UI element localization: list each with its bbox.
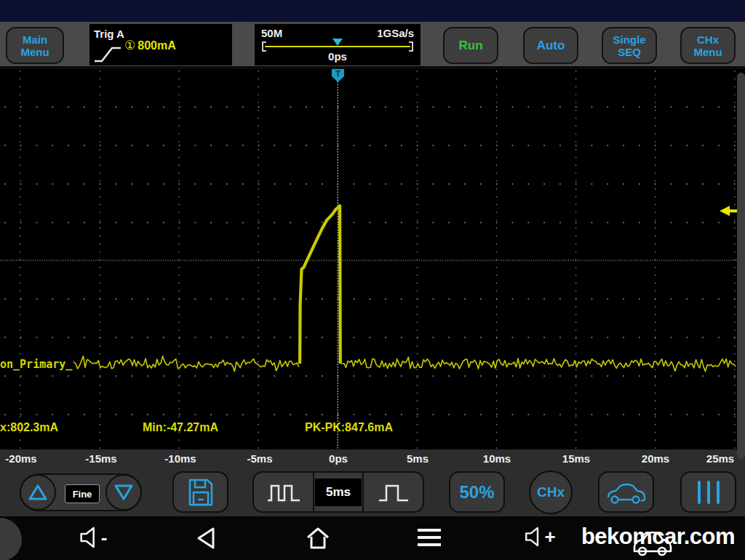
measurement-max: x:802.3mA — [0, 421, 58, 434]
auto-button[interactable]: Auto — [523, 27, 578, 64]
floppy-disk-icon — [188, 478, 214, 507]
main-menu-button[interactable]: Main Menu — [6, 27, 64, 64]
volume-up-button[interactable]: + — [524, 526, 555, 548]
axis-tick: -15ms — [85, 452, 116, 465]
channel-label[interactable]: on_Primary_ — [0, 357, 73, 372]
axis-tick: -5ms — [247, 452, 272, 465]
trigger-level-value: ①800mA — [124, 38, 176, 53]
axis-tick: 15ms — [562, 452, 590, 465]
single-seq-button[interactable]: Single SEQ — [602, 27, 657, 64]
scope-grid-and-trace — [0, 69, 738, 449]
home-icon — [305, 526, 331, 551]
cursors-button[interactable] — [680, 471, 736, 513]
watermark-car-logo — [630, 528, 674, 559]
car-icon — [605, 480, 648, 505]
measurement-min: Min:-47.27mA — [143, 421, 218, 434]
axis-tick: -20ms — [5, 452, 36, 465]
measurement-pkpk: PK-PK:847.6mA — [305, 421, 393, 434]
oscilloscope-app: Main Menu Trig A ①800mA 50M 1GSa/s 0ps R… — [0, 0, 745, 560]
timebase-value: 5ms — [315, 479, 362, 506]
top-toolbar: Main Menu Trig A ①800mA 50M 1GSa/s 0ps R… — [0, 22, 745, 69]
axis-tick: 5ms — [407, 452, 429, 465]
slider-position-icon[interactable] — [332, 39, 343, 46]
channel-select-button[interactable]: CHx — [529, 471, 573, 514]
vehicle-presets-button[interactable] — [598, 471, 654, 513]
channel-1-badge: ① — [124, 39, 135, 52]
three-bars-icon — [692, 479, 725, 505]
axis-tick: -10ms — [164, 452, 196, 465]
status-strip — [0, 0, 745, 22]
horizontal-position-label: 0ps — [255, 50, 421, 63]
save-button[interactable] — [172, 471, 228, 513]
chx-menu-button[interactable]: CHx Menu — [680, 27, 736, 64]
axis-tick: 10ms — [483, 452, 511, 465]
back-button[interactable] — [194, 526, 218, 551]
sample-rate-label: 1GSa/s — [377, 27, 414, 39]
home-button[interactable] — [305, 526, 331, 551]
floating-bubble[interactable] — [0, 518, 22, 560]
axis-tick: 20ms — [642, 452, 669, 465]
run-button[interactable]: Run — [443, 27, 498, 64]
up-triangle-icon — [28, 484, 48, 501]
timebase-control-group: 5ms — [252, 471, 424, 513]
timebase-faster-button[interactable] — [254, 473, 313, 511]
down-triangle-icon — [113, 484, 134, 501]
timebase-slower-button[interactable] — [364, 473, 423, 511]
memory-depth-label: 50M — [261, 27, 282, 39]
waveform-display[interactable]: T on_Primary_ x:802.3mA Min:-47.27mA PK-… — [0, 69, 745, 449]
rising-edge-icon — [93, 44, 122, 63]
timebase-slider-track[interactable] — [265, 46, 410, 47]
menu-button[interactable] — [415, 526, 443, 549]
single-pulse-icon — [378, 481, 410, 503]
volume-down-button[interactable]: - — [79, 526, 108, 549]
scale-up-button[interactable] — [20, 474, 56, 511]
double-pulse-icon — [266, 481, 301, 503]
axis-tick: 25ms — [706, 452, 734, 465]
scale-down-button[interactable] — [105, 474, 142, 511]
main-menu-label: Main — [7, 33, 63, 46]
speaker-icon — [79, 526, 100, 549]
android-nav-bar: - + bekomcar.com — [0, 516, 745, 560]
trigger-title: Trig A — [94, 28, 124, 40]
bottom-toolbar: Fine — [0, 469, 745, 516]
back-triangle-icon — [194, 526, 218, 551]
axis-tick: 0ps — [329, 452, 348, 465]
trigger-50-percent-button[interactable]: 50% — [449, 471, 505, 513]
speaker-icon — [524, 526, 543, 548]
time-axis: -20ms -15ms -10ms -5ms 0ps 5ms 10ms 15ms… — [0, 449, 745, 469]
timebase-display: 5ms — [314, 473, 362, 511]
fine-mode-label[interactable]: Fine — [65, 484, 100, 503]
right-scroll-strip[interactable] — [737, 73, 745, 460]
timebase-panel[interactable]: 50M 1GSa/s 0ps — [255, 24, 421, 65]
trigger-settings-panel[interactable]: Trig A ①800mA — [89, 24, 232, 65]
hamburger-icon — [415, 526, 443, 549]
vertical-scale-control: Fine — [20, 473, 142, 511]
